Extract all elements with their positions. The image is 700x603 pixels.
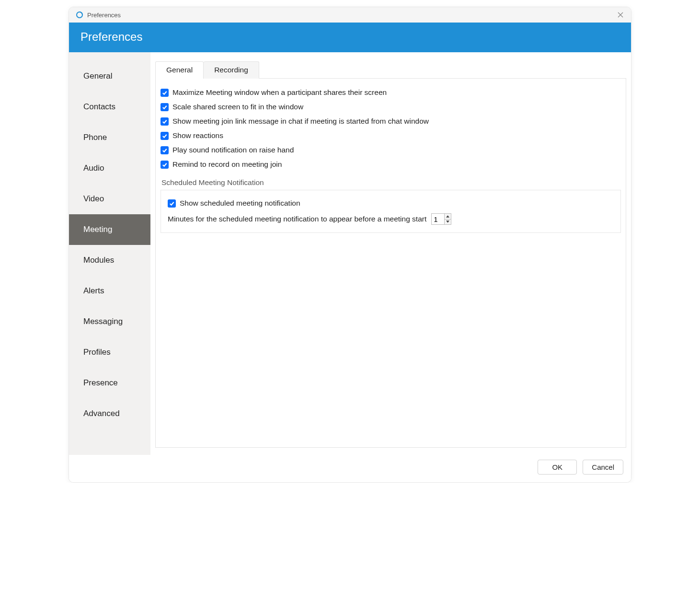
- setting-show-scheduled-notif: Show scheduled meeting notification: [168, 196, 614, 210]
- checkbox-label[interactable]: Remind to record on meeting join: [172, 160, 282, 169]
- sidebar-item-label: Contacts: [83, 102, 115, 111]
- sidebar-item-label: Video: [83, 194, 104, 203]
- sidebar: General Contacts Phone Audio Video Meeti…: [69, 52, 150, 455]
- window-title: Preferences: [87, 12, 121, 19]
- tab-panel-general: Maximize Meeting window when a participa…: [155, 79, 626, 448]
- scheduled-group: Show scheduled meeting notification Minu…: [161, 190, 621, 233]
- sidebar-item-contacts[interactable]: Contacts: [69, 92, 150, 122]
- preferences-window: Preferences Preferences General Contacts…: [69, 7, 631, 483]
- checkbox-maximize-on-share[interactable]: [161, 89, 169, 97]
- sidebar-item-phone[interactable]: Phone: [69, 122, 150, 153]
- setting-scale-shared-screen: Scale shared screen to fit in the window: [161, 100, 621, 114]
- sidebar-item-profiles[interactable]: Profiles: [69, 337, 150, 368]
- checkbox-label[interactable]: Play sound notification on raise hand: [172, 146, 294, 154]
- sidebar-item-meeting[interactable]: Meeting: [69, 214, 150, 245]
- checkbox-show-reactions[interactable]: [161, 132, 169, 140]
- checkbox-label[interactable]: Maximize Meeting window when a participa…: [172, 88, 387, 97]
- button-label: OK: [552, 463, 562, 471]
- titlebar: Preferences: [69, 7, 631, 23]
- header-banner: Preferences: [69, 23, 631, 52]
- sidebar-item-label: Modules: [83, 255, 114, 265]
- setting-maximize-on-share: Maximize Meeting window when a participa…: [161, 85, 621, 100]
- checkbox-remind-record[interactable]: [161, 161, 169, 169]
- ok-button[interactable]: OK: [538, 460, 577, 475]
- sidebar-item-audio[interactable]: Audio: [69, 153, 150, 184]
- tab-label: General: [166, 66, 193, 74]
- cancel-button[interactable]: Cancel: [583, 460, 623, 475]
- minutes-input[interactable]: [432, 214, 444, 224]
- tab-recording[interactable]: Recording: [204, 61, 259, 79]
- sidebar-item-video[interactable]: Video: [69, 184, 150, 214]
- checkbox-scale-shared-screen[interactable]: [161, 103, 169, 111]
- checkbox-show-join-link[interactable]: [161, 117, 169, 126]
- sidebar-item-label: Phone: [83, 133, 107, 142]
- tabs: General Recording: [155, 61, 626, 79]
- app-icon: [76, 11, 83, 19]
- sidebar-item-label: General: [83, 71, 112, 81]
- sidebar-item-advanced[interactable]: Advanced: [69, 398, 150, 429]
- setting-show-join-link: Show meeting join link message in chat i…: [161, 114, 621, 128]
- button-label: Cancel: [592, 463, 614, 471]
- sidebar-item-label: Audio: [83, 163, 104, 173]
- tab-general[interactable]: General: [155, 61, 204, 79]
- checkbox-show-scheduled-notif[interactable]: [168, 199, 176, 208]
- checkbox-label[interactable]: Show meeting join link message in chat i…: [172, 117, 429, 126]
- sidebar-item-presence[interactable]: Presence: [69, 368, 150, 398]
- svg-marker-2: [446, 221, 449, 223]
- checkbox-label[interactable]: Scale shared screen to fit in the window: [172, 103, 303, 111]
- minutes-spinner: [431, 213, 451, 225]
- sidebar-item-messaging[interactable]: Messaging: [69, 306, 150, 337]
- sidebar-item-label: Meeting: [83, 225, 112, 234]
- sidebar-item-label: Profiles: [83, 348, 111, 357]
- body: General Contacts Phone Audio Video Meeti…: [69, 52, 631, 455]
- setting-remind-record: Remind to record on meeting join: [161, 157, 621, 172]
- sidebar-item-alerts[interactable]: Alerts: [69, 276, 150, 306]
- sidebar-item-label: Messaging: [83, 317, 123, 326]
- checkbox-label[interactable]: Show reactions: [172, 131, 223, 140]
- page-title: Preferences: [80, 30, 620, 44]
- svg-marker-1: [446, 215, 449, 217]
- close-icon[interactable]: [615, 9, 626, 21]
- spinner-up-icon[interactable]: [445, 214, 451, 220]
- content-area: General Recording Maximize Meeting windo…: [150, 52, 631, 455]
- sidebar-item-label: Presence: [83, 378, 118, 387]
- sidebar-item-label: Alerts: [83, 286, 104, 295]
- dialog-footer: OK Cancel: [69, 455, 631, 482]
- sidebar-item-modules[interactable]: Modules: [69, 245, 150, 276]
- scheduled-group-title: Scheduled Meeting Notification: [161, 178, 621, 187]
- setting-raise-hand-sound: Play sound notification on raise hand: [161, 143, 621, 157]
- setting-show-reactions: Show reactions: [161, 128, 621, 143]
- minutes-row: Minutes for the scheduled meeting notifi…: [168, 210, 614, 225]
- tab-label: Recording: [214, 66, 248, 74]
- minutes-label: Minutes for the scheduled meeting notifi…: [168, 215, 426, 223]
- checkbox-raise-hand-sound[interactable]: [161, 146, 169, 154]
- spinner-down-icon[interactable]: [445, 220, 451, 225]
- checkbox-label[interactable]: Show scheduled meeting notification: [180, 199, 300, 208]
- sidebar-item-general[interactable]: General: [69, 61, 150, 92]
- sidebar-item-label: Advanced: [83, 409, 120, 418]
